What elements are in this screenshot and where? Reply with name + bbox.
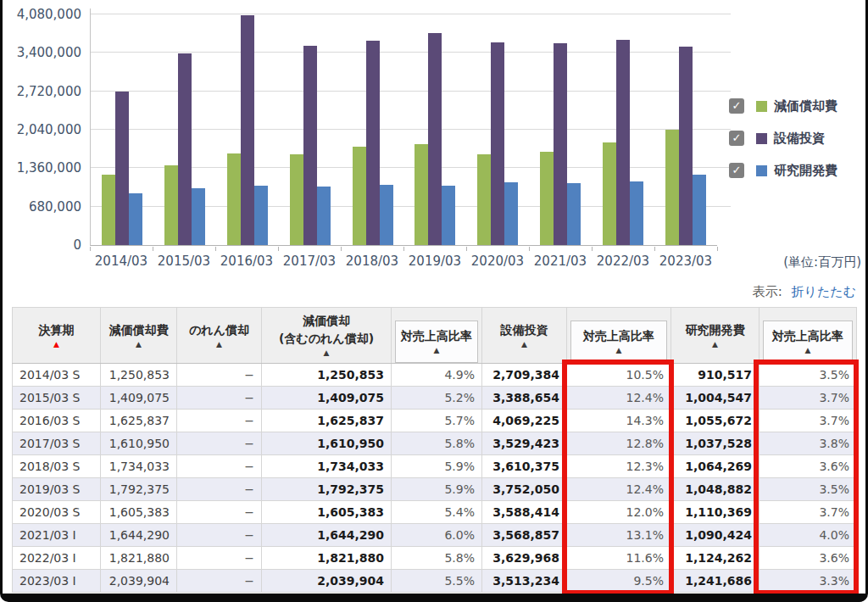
- cell: 2,709,384: [482, 364, 567, 387]
- column-header-content: 設備投資▲: [482, 323, 566, 348]
- cell: 10.5%: [567, 364, 671, 387]
- bar-減価償却費: [415, 144, 428, 245]
- cell: 3.5%: [760, 478, 857, 501]
- cell: 3,388,654: [482, 387, 567, 410]
- cell: 5.9%: [392, 455, 482, 478]
- table-row: 2021/03 I1,644,290−1,644,2906.0%3,568,85…: [13, 524, 857, 547]
- bar-group: [592, 8, 654, 245]
- legend-checkbox[interactable]: ✓: [729, 131, 744, 146]
- column-header-減価償却費[interactable]: 減価償却費▲: [101, 308, 177, 364]
- legend-row: ✓設備投資: [729, 122, 837, 154]
- cell: 1,792,375: [262, 478, 392, 501]
- cell: 1,241,686: [671, 570, 760, 593]
- column-header-対売上高比率[interactable]: 対売上高比率▲: [392, 308, 482, 364]
- column-header-label: 減価償却: [303, 314, 350, 329]
- table-row: 2017/03 S1,610,950−1,610,9505.8%3,529,42…: [13, 432, 857, 455]
- legend-checkbox[interactable]: ✓: [729, 163, 744, 178]
- cell: 1,792,375: [101, 478, 177, 501]
- bar-設備投資: [115, 92, 129, 245]
- column-header-content: 決算期▲: [13, 323, 100, 348]
- cell: 1,110,369: [671, 501, 760, 524]
- cell: 14.3%: [567, 410, 671, 432]
- cell: 1,409,075: [262, 387, 392, 410]
- y-tick-label: 1,360,000: [3, 160, 81, 176]
- financial-table: 決算期▲減価償却費▲のれん償却▲減価償却(含むのれん償却)▲対売上高比率▲設備投…: [12, 307, 857, 593]
- bar-group: [654, 8, 717, 245]
- column-header-研究開発費[interactable]: 研究開発費▲: [671, 308, 760, 364]
- cell: 2023/03 I: [13, 570, 101, 593]
- bar-研究開発費: [442, 186, 455, 245]
- column-header-設備投資[interactable]: 設備投資▲: [482, 308, 567, 364]
- legend-swatch: [756, 101, 767, 112]
- table-row: 2022/03 I1,821,880−1,821,8805.8%3,629,96…: [13, 547, 857, 570]
- bar-設備投資: [554, 43, 567, 245]
- cell: 3,568,857: [482, 524, 567, 547]
- cell: 4.9%: [392, 364, 482, 387]
- bar-group: [91, 8, 153, 245]
- cell: 910,517: [671, 364, 760, 387]
- legend-label: 設備投資: [774, 131, 825, 147]
- cell: 3,610,375: [482, 455, 567, 478]
- cell: 12.4%: [567, 478, 671, 501]
- bar-研究開発費: [254, 186, 268, 245]
- column-header-対売上高比率[interactable]: 対売上高比率▲: [760, 308, 857, 364]
- cell: 1,048,882: [671, 478, 760, 501]
- x-axis-labels: 2014/032015/032016/032017/032018/032019/…: [90, 254, 717, 269]
- sort-arrow-icon: ▲: [53, 341, 59, 348]
- x-axis-tick: [278, 247, 279, 251]
- column-header-content: 研究開発費▲: [671, 323, 759, 348]
- table-head: 決算期▲減価償却費▲のれん償却▲減価償却(含むのれん償却)▲対売上高比率▲設備投…: [13, 308, 857, 364]
- cell: −: [177, 524, 262, 547]
- plot-area: [90, 8, 717, 246]
- page: 0680,0001,360,0002,040,0002,720,0003,400…: [0, 0, 868, 602]
- cell: 4,069,225: [482, 410, 567, 432]
- cell: 3.7%: [760, 387, 857, 410]
- cell: 1,625,837: [101, 410, 177, 432]
- column-header-label: 研究開発費: [686, 323, 745, 338]
- cell: 5.5%: [392, 570, 482, 593]
- cell: −: [177, 547, 262, 570]
- x-axis-tick: [592, 247, 593, 251]
- cell: 3.5%: [760, 364, 857, 387]
- cell: 1,090,424: [671, 524, 760, 547]
- column-header-content: 減価償却費▲: [101, 323, 176, 348]
- bar-group: [279, 8, 342, 245]
- cell: 4.0%: [760, 524, 857, 547]
- sort-arrow-icon: ▲: [216, 341, 222, 348]
- sort-arrow-icon: ▲: [521, 341, 527, 348]
- cell: 1,610,950: [101, 432, 177, 455]
- cell: 1,064,269: [671, 455, 760, 478]
- table-row: 2023/03 I2,039,904−2,039,9045.5%3,513,23…: [13, 570, 857, 593]
- bar-設備投資: [491, 42, 504, 245]
- column-header-対売上高比率[interactable]: 対売上高比率▲: [567, 308, 671, 364]
- column-header-のれん償却[interactable]: のれん償却▲: [177, 308, 262, 364]
- bar-group: [466, 8, 529, 245]
- legend-checkbox[interactable]: ✓: [729, 98, 744, 114]
- cell: 12.8%: [567, 432, 671, 455]
- cell: 12.0%: [567, 501, 671, 524]
- column-header-label: 対売上高比率: [401, 329, 472, 344]
- cell: 5.8%: [392, 432, 482, 455]
- cell: 2020/03 S: [13, 501, 101, 524]
- cell: 2017/03 S: [13, 432, 101, 455]
- cell: 2015/03 S: [13, 387, 101, 410]
- bar-研究開発費: [567, 183, 581, 245]
- bar-減価償却費: [353, 147, 366, 245]
- y-tick-label: 2,720,000: [3, 84, 81, 99]
- column-header-label: 対売上高比率: [583, 329, 654, 344]
- cell: 5.2%: [392, 387, 482, 410]
- column-header-減価償却[interactable]: 減価償却(含むのれん償却)▲: [262, 308, 392, 364]
- cell: 1,037,528: [671, 432, 760, 455]
- cell: 1,610,950: [262, 432, 392, 455]
- column-header-決算期[interactable]: 決算期▲: [13, 308, 101, 364]
- sort-arrow-icon: ▲: [805, 347, 811, 354]
- bar-group: [529, 8, 592, 245]
- cell: 3,513,234: [482, 570, 567, 593]
- bar-group: [404, 8, 467, 245]
- column-header-content: 対売上高比率▲: [763, 321, 853, 363]
- x-axis-tick: [717, 247, 718, 251]
- collapse-link[interactable]: 折りたたむ: [792, 284, 856, 299]
- bar-設備投資: [428, 33, 442, 245]
- column-header-label: 決算期: [39, 323, 75, 338]
- bar-減価償却費: [164, 165, 178, 245]
